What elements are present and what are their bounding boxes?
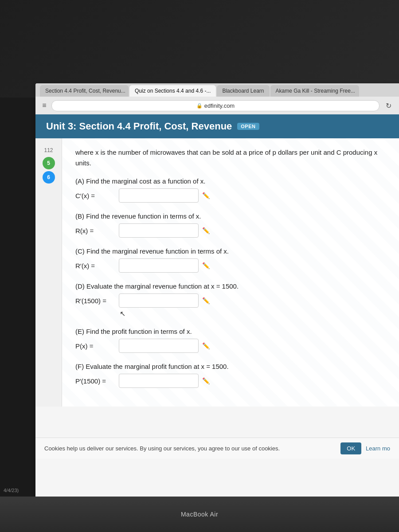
open-badge: OPEN [237,123,259,130]
tab-quiz[interactable]: Quiz on Sections 4.4 and 4.6 -... [129,85,216,97]
question-container: 112 5 6 where x is the number of microwa… [35,138,399,407]
sub-label-d: (D) Evaluate the marginal revenue functi… [75,282,386,290]
url-text: edfinity.com [204,102,235,109]
sub-label-b: (B) Find the revenue function in terms o… [75,212,386,220]
answer-row-a: C′(x) = ✏️ [75,188,386,203]
pencil-icon-c[interactable]: ✏️ [202,262,210,269]
answer-input-d[interactable] [119,293,199,308]
sub-question-d: (D) Evaluate the marginal revenue functi… [75,282,386,318]
sub-question-b: (B) Find the revenue function in terms o… [75,212,386,238]
answer-input-e[interactable] [119,339,199,353]
answer-row-d: R′(1500) = ✏️ [75,293,386,308]
answer-row-f: P′(1500) = ✏️ [75,374,386,388]
cookie-banner: Cookies help us deliver our services. By… [35,438,399,459]
ok-button[interactable]: OK [340,442,361,454]
answer-input-f[interactable] [119,374,199,388]
sub-question-f: (F) Evaluate the marginal profit functio… [75,363,386,388]
cookie-buttons: OK Learn mo [340,442,390,454]
top-dark-area [0,0,399,98]
answer-input-a[interactable] [119,188,199,203]
answer-row-b: R(x) = ✏️ [75,223,386,238]
macbook-label: MacBook Air [181,511,218,518]
hamburger-icon[interactable]: ≡ [40,102,49,110]
address-bar[interactable]: 🔒 edfinity.com [51,100,379,111]
side-nav: 112 5 6 [35,138,62,407]
tab-akame[interactable]: Akame Ga Kill - Streaming Free... [270,85,359,97]
answer-label-f: P′(1500) = [75,377,115,385]
sub-question-e: (E) Find the profit function in terms of… [75,328,386,353]
sub-label-e: (E) Find the profit function in terms of… [75,328,386,335]
pencil-icon-d[interactable]: ✏️ [202,297,210,304]
address-bar-row: ≡ 🔒 edfinity.com ↻ [35,97,399,114]
sub-label-f: (F) Evaluate the marginal profit functio… [75,363,386,370]
nav-circle-6[interactable]: 6 [43,171,55,184]
sub-question-c: (C) Find the marginal revenue function i… [75,247,386,273]
answer-input-b[interactable] [119,223,199,238]
cookie-text: Cookies help us deliver our services. By… [44,445,340,452]
question-content: where x is the number of microwaves that… [62,138,399,407]
answer-label-d: R′(1500) = [75,297,115,305]
sub-label-c: (C) Find the marginal revenue function i… [75,247,386,255]
learn-more-link[interactable]: Learn mo [366,445,390,452]
cursor-indicator: ↖ [120,309,386,318]
answer-row-e: P(x) = ✏️ [75,339,386,353]
answer-label-a: C′(x) = [75,192,115,200]
question-number-label: 112 [44,147,53,153]
sub-question-a: (A) Find the marginal cost as a function… [75,177,386,203]
pencil-icon-b[interactable]: ✏️ [202,227,210,234]
page-title: Unit 3: Section 4.4 Profit, Cost, Revenu… [46,121,232,132]
bottom-taskbar: MacBook Air [0,497,399,532]
answer-label-b: R(x) = [75,227,115,235]
tabs-row: Section 4.4 Profit, Cost, Revenu... Quiz… [35,83,399,97]
answer-row-c: R′(x) = ✏️ [75,258,386,273]
tab-blackboard[interactable]: Blackboard Learn [217,85,269,97]
answer-input-c[interactable] [119,258,199,273]
refresh-button[interactable]: ↻ [382,99,395,112]
pencil-icon-e[interactable]: ✏️ [202,342,210,349]
question-intro-text: where x is the number of microwaves that… [75,147,386,168]
pencil-icon-f[interactable]: ✏️ [202,377,210,384]
nav-circle-5[interactable]: 5 [43,157,55,169]
lock-icon: 🔒 [196,103,203,109]
pencil-icon-a[interactable]: ✏️ [202,192,210,199]
browser-window: Section 4.4 Profit, Cost, Revenu... Quiz… [35,83,399,497]
answer-label-c: R′(x) = [75,262,115,270]
sub-label-a: (A) Find the marginal cost as a function… [75,177,386,185]
page-header: Unit 3: Section 4.4 Profit, Cost, Revenu… [35,114,399,138]
date-label: 4/4/23) [4,488,19,493]
answer-label-e: P(x) = [75,342,115,350]
tab-section44[interactable]: Section 4.4 Profit, Cost, Revenu... [40,85,129,97]
